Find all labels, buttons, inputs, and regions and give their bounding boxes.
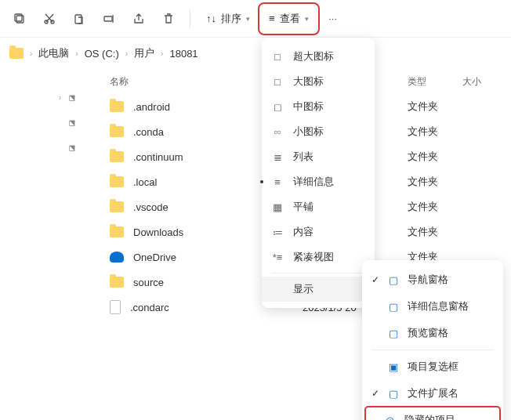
menu-item-label: 内容	[293, 225, 365, 239]
submenu-item[interactable]: ▣项目复选框	[362, 353, 503, 380]
pane-icon: ◎	[386, 415, 398, 421]
folder-icon	[110, 101, 124, 112]
pane-icon: ▢	[389, 328, 401, 339]
file-type: 文件夹	[408, 150, 462, 164]
delete-icon[interactable]	[155, 5, 182, 32]
paste-icon[interactable]	[66, 5, 92, 32]
menu-item-label: 超大图标	[293, 49, 365, 63]
chevron-right-icon: ›	[125, 49, 128, 58]
view-mode-icon: □	[271, 76, 284, 88]
file-type: 文件夹	[408, 200, 462, 214]
menu-item-label: 列表	[293, 150, 365, 164]
chevron-right-icon: ›	[59, 93, 61, 102]
pin-icon: ⬘	[66, 140, 80, 154]
file-type: 文件夹	[408, 125, 462, 139]
view-menu: □超大图标□大图标◻中图标▫▫小图标≣列表≡详细信息▦平铺≔内容*≡紧凑视图 显…	[262, 38, 375, 308]
sidebar-item[interactable]: ⬘	[0, 110, 88, 135]
breadcrumb-item[interactable]: 用户	[134, 46, 154, 60]
chevron-down-icon: ▾	[246, 15, 250, 23]
column-type[interactable]: 类型	[408, 75, 462, 89]
selected-dot	[260, 180, 263, 183]
view-mode-icon: ≔	[271, 226, 284, 238]
view-mode-icon: ≣	[271, 151, 284, 163]
toolbar: ↑↓ 排序 ▾ ≡ 查看 ▾ ···	[0, 0, 511, 38]
folder-icon	[110, 201, 124, 212]
menu-item[interactable]: ≣列表	[262, 144, 375, 169]
sidebar-item[interactable]: ⬘	[0, 135, 88, 160]
pane-icon: ▢	[389, 274, 401, 286]
menu-item-label: 小图标	[293, 125, 365, 139]
menu-item-label: 大图标	[293, 74, 365, 89]
submenu-item[interactable]: ▢详细信息窗格	[362, 293, 503, 320]
menu-item[interactable]: □大图标	[262, 69, 375, 94]
submenu-item[interactable]: ✓▢文件扩展名	[362, 380, 503, 407]
folder-icon	[110, 176, 124, 187]
chevron-right-icon: ›	[161, 49, 163, 58]
menu-item-show[interactable]: 显示 ›	[262, 277, 375, 302]
menu-item[interactable]: ▦平铺	[262, 194, 375, 219]
menu-item[interactable]: ≡详细信息	[262, 169, 375, 194]
list-icon: ≡	[269, 13, 275, 24]
menu-item-label: 详细信息	[293, 175, 365, 189]
file-type: 文件夹	[408, 100, 462, 114]
sort-label: 排序	[221, 12, 241, 26]
sort-icon: ↑↓	[206, 13, 216, 24]
menu-item-label: 紧凑视图	[293, 250, 365, 264]
submenu-item[interactable]: ◎隐藏的项目	[365, 407, 500, 420]
submenu-item-label: 详细信息窗格	[408, 299, 494, 313]
svg-rect-5	[104, 16, 112, 21]
menu-item[interactable]: □超大图标	[262, 44, 375, 69]
copy-icon[interactable]	[6, 5, 33, 32]
cloud-icon	[110, 252, 124, 262]
breadcrumb[interactable]: › 此电脑 › OS (C:) › 用户 › 18081	[0, 38, 511, 69]
submenu-item-label: 项目复选框	[408, 360, 494, 374]
chevron-right-icon: ›	[75, 49, 78, 58]
folder-icon	[110, 226, 124, 237]
sidebar: ›⬘ ⬘ ⬘	[0, 69, 88, 420]
view-mode-icon: □	[271, 51, 284, 63]
cut-icon[interactable]	[36, 5, 63, 32]
submenu-item-label: 预览窗格	[408, 326, 494, 340]
submenu-item-label: 文件扩展名	[408, 386, 494, 400]
sort-button[interactable]: ↑↓ 排序 ▾	[198, 5, 258, 32]
submenu-item[interactable]: ▢预览窗格	[362, 320, 503, 346]
chevron-down-icon: ▾	[305, 15, 309, 23]
view-label: 查看	[280, 12, 300, 26]
share-icon[interactable]	[125, 5, 152, 32]
show-submenu: ✓▢导航窗格▢详细信息窗格▢预览窗格▣项目复选框✓▢文件扩展名◎隐藏的项目	[362, 260, 503, 420]
check-icon: ✓	[371, 388, 382, 399]
column-size[interactable]: 大小	[462, 75, 511, 89]
menu-item-label: 中图标	[293, 100, 365, 114]
pane-icon: ▢	[389, 388, 401, 400]
svg-rect-4	[75, 15, 82, 24]
file-type: 文件夹	[408, 225, 462, 239]
submenu-item-label: 隐藏的项目	[404, 413, 494, 420]
menu-item[interactable]: ≔内容	[262, 219, 375, 244]
view-mode-icon: ▦	[271, 201, 284, 213]
submenu-item[interactable]: ✓▢导航窗格	[362, 266, 503, 293]
pin-icon: ⬘	[66, 115, 80, 129]
pane-icon: ▢	[389, 301, 401, 313]
submenu-item-label: 导航窗格	[408, 273, 494, 287]
pin-icon: ⬘	[66, 90, 80, 104]
view-mode-icon: *≡	[271, 252, 284, 263]
breadcrumb-item[interactable]: 18081	[169, 48, 198, 60]
view-mode-icon: ▫▫	[271, 126, 284, 138]
view-button[interactable]: ≡ 查看 ▾	[261, 5, 317, 32]
menu-item[interactable]: *≡紧凑视图	[262, 244, 375, 270]
more-icon[interactable]: ···	[320, 5, 346, 32]
sidebar-item[interactable]: ›⬘	[0, 85, 88, 110]
folder-icon	[9, 48, 24, 59]
chevron-right-icon: ›	[30, 49, 32, 58]
view-mode-icon: ◻	[271, 101, 284, 113]
file-type: 文件夹	[408, 175, 462, 189]
pane-icon: ▣	[389, 361, 401, 373]
breadcrumb-item[interactable]: OS (C:)	[85, 48, 119, 60]
rename-icon[interactable]	[96, 5, 122, 32]
breadcrumb-item[interactable]: 此电脑	[38, 46, 69, 60]
menu-item[interactable]: ▫▫小图标	[262, 119, 375, 144]
folder-icon	[110, 277, 124, 288]
menu-item[interactable]: ◻中图标	[262, 94, 375, 119]
menu-item-label: 显示	[293, 282, 353, 296]
folder-icon	[110, 151, 124, 162]
